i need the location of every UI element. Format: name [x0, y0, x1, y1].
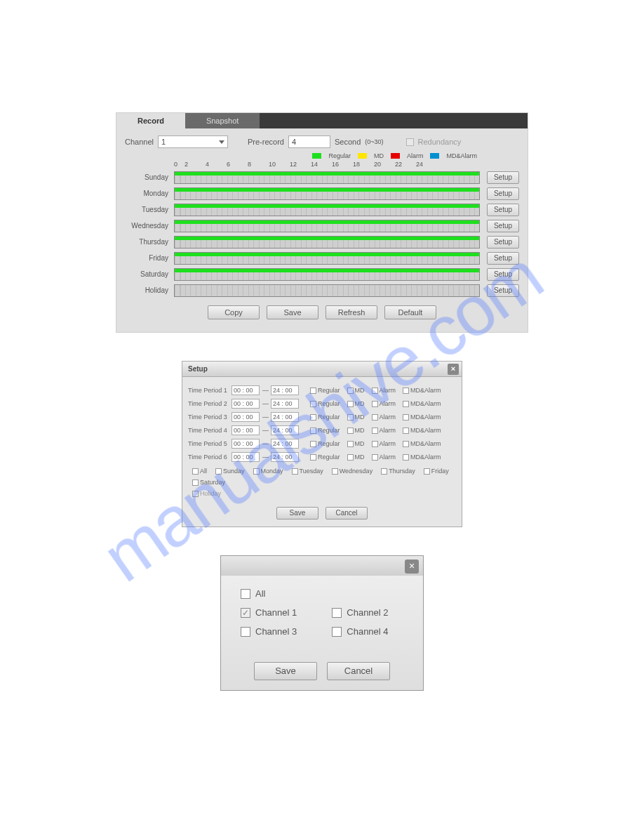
regular-checkbox[interactable] [310, 454, 316, 461]
all-checkbox[interactable] [192, 468, 199, 475]
regular-checkbox[interactable] [310, 441, 316, 447]
time-from-input[interactable]: 00 : 00 [232, 439, 260, 449]
setup-button[interactable]: Setup [487, 187, 519, 200]
period-label: Time Period 1 [188, 387, 229, 394]
time-from-input[interactable]: 00 : 00 [232, 452, 260, 462]
tab-snapshot[interactable]: Snapshot [185, 113, 260, 128]
copy-dialog-header [221, 556, 423, 576]
copy-button[interactable]: Copy [208, 305, 260, 319]
md-checkbox[interactable] [347, 428, 354, 434]
day-row: HolidaySetup [174, 282, 519, 298]
time-period-row: Time Period 200 : 00—24 : 00RegularMDAla… [188, 397, 456, 410]
copy-save-button[interactable]: Save [254, 662, 317, 680]
setup-button[interactable]: Setup [487, 220, 519, 232]
day-grid[interactable] [174, 268, 480, 281]
regular-checkbox[interactable] [310, 428, 316, 434]
md-checkbox[interactable] [347, 401, 354, 407]
time-to-input[interactable]: 24 : 00 [271, 399, 299, 409]
regular-bar [175, 220, 479, 224]
mdalarm-checkbox[interactable] [403, 414, 409, 421]
close-icon[interactable]: × [448, 364, 459, 375]
channel4-checkbox[interactable] [332, 627, 342, 637]
alarm-checkbox[interactable] [372, 414, 378, 421]
day-grid[interactable] [174, 204, 480, 216]
day-grid[interactable] [174, 220, 480, 232]
day-grid[interactable] [174, 284, 480, 297]
md-checkbox[interactable] [347, 454, 354, 461]
alarm-checkbox[interactable] [372, 401, 378, 407]
setup-button[interactable]: Setup [487, 236, 519, 249]
channel1-checkbox[interactable] [241, 608, 250, 618]
setup-button[interactable]: Setup [487, 284, 519, 297]
md-checkbox[interactable] [347, 414, 354, 421]
mdalarm-checkbox[interactable] [403, 401, 409, 407]
mdalarm-checkbox[interactable] [403, 428, 409, 434]
period-label: Time Period 5 [188, 440, 229, 447]
mdalarm-checkbox[interactable] [403, 388, 409, 394]
prerecord-input[interactable]: 4 [288, 135, 330, 148]
time-to-input[interactable]: 24 : 00 [271, 425, 299, 435]
regular-checkbox[interactable] [310, 414, 316, 421]
setup-button[interactable]: Setup [487, 204, 519, 216]
tab-record[interactable]: Record [116, 113, 185, 128]
wednesday-checkbox[interactable] [332, 468, 338, 475]
time-from-input[interactable]: 00 : 00 [232, 425, 260, 435]
md-checkbox[interactable] [347, 388, 354, 394]
channel2-checkbox[interactable] [332, 608, 342, 618]
time-to-input[interactable]: 24 : 00 [271, 439, 299, 449]
dialog-cancel-button[interactable]: Cancel [326, 507, 368, 519]
day-grid[interactable] [174, 171, 480, 184]
holiday-checkbox[interactable] [192, 491, 199, 497]
legend-swatch-md [358, 153, 367, 159]
monday-checkbox[interactable] [253, 468, 260, 475]
alarm-checkbox[interactable] [372, 388, 378, 394]
save-button[interactable]: Save [267, 305, 318, 319]
time-from-input[interactable]: 00 : 00 [232, 399, 260, 409]
close-icon[interactable]: × [405, 560, 419, 574]
time-to-input[interactable]: 24 : 00 [271, 452, 299, 462]
time-to-input[interactable]: 24 : 00 [271, 412, 299, 422]
sunday-checkbox[interactable] [215, 468, 222, 475]
dialog-save-button[interactable]: Save [276, 507, 318, 519]
period-label: Time Period 3 [188, 413, 229, 421]
setup-button[interactable]: Setup [487, 252, 519, 265]
day-grid[interactable] [174, 252, 480, 265]
redundancy-checkbox[interactable] [406, 138, 414, 146]
alarm-checkbox[interactable] [372, 428, 378, 434]
tuesday-checkbox[interactable] [292, 468, 298, 475]
day-grid[interactable] [174, 187, 480, 200]
regular-bar [175, 269, 479, 272]
period-label: Time Period 2 [188, 400, 229, 407]
alarm-checkbox[interactable] [372, 441, 378, 447]
day-grid[interactable] [174, 236, 480, 249]
time-to-input[interactable]: 24 : 00 [271, 385, 299, 395]
second-label: Second [335, 138, 361, 146]
refresh-button[interactable]: Refresh [326, 305, 377, 319]
saturday-checkbox[interactable] [192, 479, 199, 486]
regular-checkbox[interactable] [310, 388, 316, 394]
regular-checkbox[interactable] [310, 401, 316, 407]
day-row: SundaySetup [174, 169, 519, 185]
time-period-row: Time Period 600 : 00—24 : 00RegularMDAla… [188, 451, 456, 463]
time-from-input[interactable]: 00 : 00 [232, 385, 260, 395]
copy-all-checkbox[interactable] [241, 589, 250, 599]
time-from-input[interactable]: 00 : 00 [232, 412, 260, 422]
time-period-row: Time Period 500 : 00—24 : 00RegularMDAla… [188, 437, 456, 450]
setup-button[interactable]: Setup [487, 171, 519, 184]
day-row: ThursdaySetup [174, 234, 519, 250]
legend-swatch-alarm [391, 153, 400, 159]
day-label: Tuesday [125, 206, 174, 213]
channel3-checkbox[interactable] [241, 627, 250, 637]
mdalarm-checkbox[interactable] [403, 454, 409, 461]
default-button[interactable]: Default [384, 305, 436, 319]
setup-button[interactable]: Setup [487, 268, 519, 281]
setup-dialog: Setup × Time Period 100 : 00—24 : 00Regu… [182, 361, 462, 527]
mdalarm-checkbox[interactable] [403, 441, 409, 447]
tab-bar: Record Snapshot [116, 113, 528, 128]
copy-cancel-button[interactable]: Cancel [327, 662, 390, 680]
md-checkbox[interactable] [347, 441, 354, 447]
thursday-checkbox[interactable] [381, 468, 387, 475]
friday-checkbox[interactable] [424, 468, 430, 475]
alarm-checkbox[interactable] [372, 454, 378, 461]
channel-select[interactable]: 1 [158, 135, 228, 148]
